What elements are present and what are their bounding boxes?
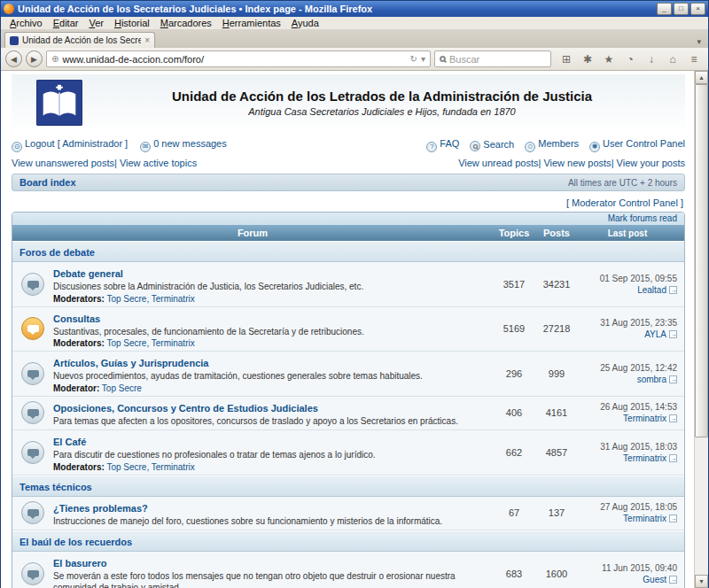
- forum-moderators: Moderator: Top Secre: [53, 383, 487, 393]
- tab-bar: Unidad de Acción de los Secretari... × ▾: [1, 30, 708, 48]
- view-latest-post-icon[interactable]: [669, 514, 677, 522]
- category-link[interactable]: El baúl de los recuerdos: [19, 537, 132, 547]
- last-post-date: 31 Aug 2015, 18:03: [578, 441, 677, 453]
- menu-herramientas[interactable]: Herramientas: [217, 18, 286, 28]
- site-logo[interactable]: [36, 80, 82, 126]
- menu-archivo[interactable]: Archivo: [4, 18, 48, 28]
- list-all-tabs-icon[interactable]: ▾: [693, 37, 705, 48]
- forum-moderators: Moderators: Top Secre, Terminatrix: [53, 338, 487, 348]
- menubar: Archivo Editar Ver Historial Marcadores …: [1, 17, 708, 30]
- view-unread-posts-link[interactable]: View unread posts: [458, 158, 538, 168]
- tab-close-icon[interactable]: ×: [144, 35, 150, 45]
- moderator-link[interactable]: Top Secre, Terminatrix: [106, 338, 194, 348]
- home-icon[interactable]: ⌂: [663, 50, 682, 68]
- back-button[interactable]: ◀: [5, 50, 22, 67]
- vertical-scrollbar[interactable]: ▲ ▼: [694, 71, 708, 588]
- mark-forums-read-link[interactable]: Mark forums read: [608, 213, 677, 223]
- messages-icon: ✉: [140, 142, 151, 152]
- scrollbar-track[interactable]: [695, 84, 708, 575]
- last-post-date: 31 Aug 2015, 23:35: [578, 317, 677, 329]
- mark-forums-row: Mark forums read: [12, 213, 684, 225]
- moderators-label: Moderator:: [53, 383, 99, 393]
- menu-editar[interactable]: Editar: [48, 18, 84, 28]
- forward-button[interactable]: ▶: [26, 50, 43, 67]
- search-input[interactable]: [449, 54, 546, 65]
- forum-link[interactable]: Oposiciones, Concursos y Centro de Estud…: [53, 403, 318, 414]
- url-dropdown-icon[interactable]: ▾: [421, 54, 425, 64]
- maximize-button[interactable]: □: [674, 3, 689, 15]
- moderator-control-panel-link[interactable]: [ Moderator Control Panel ]: [566, 197, 683, 208]
- user-control-panel-link[interactable]: ✱User Control Panel: [589, 138, 685, 152]
- menu-historial[interactable]: Historial: [109, 18, 155, 28]
- scroll-up-icon[interactable]: ▲: [695, 71, 708, 84]
- forum-link[interactable]: Artículos, Guías y Jurisprudencia: [53, 358, 208, 368]
- last-post-cell: 11 Jun 2015, 09:40 Guest: [578, 562, 684, 585]
- last-post-author-link[interactable]: Terminatrix: [623, 453, 666, 463]
- category-header-foros-de-debate: Foros de debate: [12, 241, 684, 262]
- close-button[interactable]: ×: [690, 3, 705, 15]
- view-latest-post-icon[interactable]: [669, 375, 677, 383]
- view-latest-post-icon[interactable]: [669, 414, 677, 422]
- menu-icon[interactable]: ≡: [684, 50, 704, 68]
- view-latest-post-icon[interactable]: [669, 330, 677, 338]
- last-post-author-link[interactable]: Terminatrix: [623, 514, 666, 523]
- category-link[interactable]: Foros de debate: [19, 247, 95, 258]
- posts-count: 137: [535, 507, 578, 518]
- moderator-link[interactable]: Top Secre, Terminatrix: [106, 462, 194, 472]
- forum-description: Instrucciones de manejo del foro, cuesti…: [53, 516, 487, 528]
- members-link[interactable]: ☺Members: [525, 138, 579, 152]
- last-post-author-link[interactable]: Terminatrix: [623, 414, 666, 423]
- menu-ver[interactable]: Ver: [83, 18, 109, 28]
- view-latest-post-icon[interactable]: [669, 576, 677, 584]
- tab-board-index[interactable]: Unidad de Acción de los Secretari... ×: [4, 32, 155, 48]
- reload-icon[interactable]: ↻: [410, 54, 417, 64]
- logout-link[interactable]: ⊙Logout [ Administrador ]: [12, 138, 128, 152]
- forum-link[interactable]: El Café: [53, 437, 86, 447]
- moderator-link[interactable]: Top Secre, Terminatrix: [106, 294, 194, 304]
- forum-row-tienes-problemas: ¿Tienes problemas? Instrucciones de mane…: [12, 497, 684, 531]
- category-link[interactable]: Temas técnicos: [19, 482, 92, 492]
- faq-link[interactable]: ?FAQ: [426, 138, 459, 152]
- view-latest-post-icon[interactable]: [669, 454, 677, 462]
- last-post-author-link[interactable]: Lealtad: [637, 285, 666, 295]
- scroll-down-icon[interactable]: ▼: [695, 575, 708, 588]
- minimize-button[interactable]: _: [657, 3, 672, 15]
- forum-moderators: Moderators: Top Secre, Terminatrix: [53, 294, 487, 304]
- url-text[interactable]: www.unidad-de-accion.com/foro/: [62, 54, 406, 65]
- last-post-date: 26 Aug 2015, 14:53: [578, 401, 677, 413]
- gear-icon[interactable]: ✱: [578, 50, 597, 68]
- print-icon[interactable]: ⊞: [557, 50, 576, 68]
- view-latest-post-icon[interactable]: [669, 286, 677, 294]
- search-bar[interactable]: [434, 50, 551, 67]
- forum-description: Para discutir de cuestiones no profesion…: [53, 450, 487, 461]
- menu-marcadores[interactable]: Marcadores: [155, 18, 217, 28]
- last-post-cell: 25 Aug 2015, 12:42 sombra: [578, 362, 684, 385]
- forum-link[interactable]: Consultas: [53, 313, 100, 324]
- forum-description: Discusiones sobre la Administración de J…: [53, 282, 487, 293]
- view-unanswered-posts-link[interactable]: View unanswered posts: [12, 158, 114, 168]
- bookmark-star-icon[interactable]: ★: [599, 50, 619, 68]
- forum-moderators: Moderators: Top Secre, Terminatrix: [53, 462, 487, 472]
- view-active-topics-link[interactable]: View active topics: [114, 158, 197, 168]
- new-messages-link[interactable]: ✉0 new messages: [140, 138, 227, 152]
- scrollbar-thumb[interactable]: [695, 84, 708, 437]
- forum-link[interactable]: El basurero: [53, 558, 107, 569]
- url-bar[interactable]: ⊕ www.unidad-de-accion.com/foro/ ↻ ▾: [46, 50, 431, 67]
- board-index-link[interactable]: Board index: [19, 177, 76, 188]
- search-link[interactable]: Search: [470, 139, 514, 152]
- moderator-link[interactable]: Top Secre: [102, 383, 142, 393]
- download-icon[interactable]: ↓: [642, 50, 661, 68]
- site-identity-icon[interactable]: ⊕: [51, 54, 58, 64]
- forum-icon: [21, 401, 44, 424]
- forum-link[interactable]: ¿Tienes problemas?: [53, 503, 148, 514]
- history-icon[interactable]: ◔: [620, 50, 640, 68]
- toolbar-buttons: ⊞ ✱ ★ ◔ ↓ ⌂ ≡: [557, 50, 704, 68]
- menu-ayuda[interactable]: Ayuda: [286, 18, 324, 28]
- last-post-author-link[interactable]: Guest: [643, 575, 666, 584]
- view-new-posts-link[interactable]: View new posts: [538, 158, 611, 168]
- last-post-author-link[interactable]: sombra: [637, 375, 666, 384]
- posts-count: 27218: [535, 323, 578, 334]
- view-your-posts-link[interactable]: View your posts: [612, 158, 685, 168]
- last-post-author-link[interactable]: AYLA: [644, 329, 666, 339]
- forum-link[interactable]: Debate general: [53, 268, 123, 279]
